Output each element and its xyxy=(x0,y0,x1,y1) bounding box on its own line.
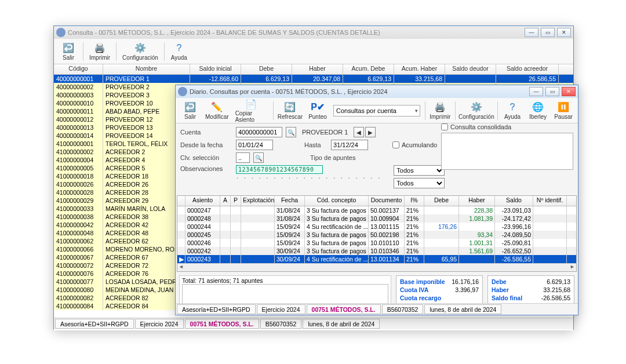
table-row[interactable]: 000024831/08/243 Su factura de pagos10.0… xyxy=(177,214,576,223)
table-row[interactable]: ▶000024330/09/244 Su rectificación de ..… xyxy=(177,255,576,263)
status-asesoria: Asesoría+ED+SII+RGPD xyxy=(55,319,134,329)
next-account-button[interactable]: ▶ xyxy=(365,127,376,137)
lookup-button[interactable]: 🔍 xyxy=(286,127,296,137)
exit-icon: ↩️ xyxy=(184,101,196,113)
table-row[interactable]: 000024515/09/243 Su factura de pagos50.0… xyxy=(177,231,576,239)
consolidada-checkbox[interactable]: Consulta consolidada xyxy=(441,123,573,130)
title-bar[interactable]: Consulta - 00751 MÉTODOS, S.L. , Ejercic… xyxy=(54,26,573,39)
window-title: Diario. Consultas por cuenta - 00751 MÉT… xyxy=(190,88,529,95)
gear-icon: ⚙️ xyxy=(471,101,482,113)
desde-input[interactable] xyxy=(236,140,273,150)
exit-button[interactable]: ↩️Salir xyxy=(178,99,202,122)
title-bar[interactable]: Diario. Consultas por cuenta - 00751 MÉT… xyxy=(176,85,578,98)
status-bar: Asesoría+ED+SII+RGPD Ejercicio 2024 0075… xyxy=(176,303,578,315)
exit-button[interactable]: ↩️Salir xyxy=(56,40,81,63)
printer-icon: 🖨️ xyxy=(434,101,446,113)
table-row[interactable]: 40000000001PROVEEDOR 1-12.868,606.629,13… xyxy=(54,75,573,83)
memo-box[interactable] xyxy=(441,133,573,170)
obs-label: Observaciones xyxy=(180,165,232,172)
pause-icon: ⏸️ xyxy=(558,101,569,113)
tipo-select-2[interactable]: Todos xyxy=(394,178,445,188)
clv-label: Clv. selección xyxy=(180,154,232,161)
window-title: Consulta - 00751 MÉTODOS, S.L. , Ejercic… xyxy=(68,29,525,36)
desde-label: Desde la fecha xyxy=(180,141,232,148)
refresh-icon: 🔄 xyxy=(284,101,296,113)
iberley-button[interactable]: 🌐Iberley xyxy=(526,99,550,122)
close-button[interactable]: ✕ xyxy=(557,28,571,37)
tipo-label: Tipo de apuntes xyxy=(310,154,362,161)
minimize-button[interactable]: — xyxy=(525,28,538,37)
toolbar: ↩️Salir ✏️Modificar 📄Copiar Asiento 🔄Ref… xyxy=(176,98,578,123)
help-icon: ? xyxy=(173,42,185,54)
check-icon: P✔ xyxy=(312,101,323,113)
refresh-button[interactable]: 🔄Refrescar xyxy=(276,99,304,122)
cuenta-name: PROVEEDOR 1 xyxy=(302,129,348,136)
horizontal-scrollbar[interactable] xyxy=(177,263,576,271)
status-empresa: 00751 MÉTODOS, S.L. xyxy=(185,319,259,329)
app-icon xyxy=(178,87,187,96)
hasta-input[interactable] xyxy=(331,140,368,150)
diario-window: Diario. Consultas por cuenta - 00751 MÉT… xyxy=(175,85,578,315)
diario-grid-header: AsientoAPExplotaciónFechaCód. conceptoDo… xyxy=(177,196,576,206)
help-button[interactable]: ?Ayuda xyxy=(167,40,191,63)
config-button[interactable]: ⚙️Configuración xyxy=(119,40,162,63)
pencil-icon: ✏️ xyxy=(211,101,223,113)
close-button[interactable]: ✕ xyxy=(562,87,576,96)
maximize-button[interactable]: ▭ xyxy=(545,87,559,96)
help-button[interactable]: ?Ayuda xyxy=(500,99,525,122)
cuenta-label: Cuenta xyxy=(180,129,232,136)
maximize-button[interactable]: ▭ xyxy=(541,28,555,37)
status-cif: B56070352 xyxy=(260,319,302,329)
cuenta-input[interactable] xyxy=(236,127,282,137)
exit-icon: ↩️ xyxy=(63,42,74,54)
table-row[interactable]: 000024415/09/244 Su rectificación de ...… xyxy=(177,223,576,231)
clv-input[interactable] xyxy=(236,152,250,163)
app-icon xyxy=(56,28,65,37)
print-button[interactable]: 🖨️Imprimir xyxy=(428,99,453,122)
table-row[interactable]: 000024615/09/243 Su factura de pagos10.0… xyxy=(177,239,576,247)
minimize-button[interactable]: — xyxy=(529,87,543,96)
modify-button[interactable]: ✏️Modificar xyxy=(203,99,231,122)
copy-icon: 📄 xyxy=(245,99,257,110)
clv-lookup-button[interactable]: 🔍 xyxy=(253,152,264,163)
table-row[interactable]: 000024731/08/243 Su factura de pagos50.0… xyxy=(177,206,576,214)
balance-grid-header: CódigoNombreSaldo inicialDebeHaberAcum. … xyxy=(54,64,573,75)
tipo-select-1[interactable]: Todos xyxy=(394,165,445,176)
toolbar: ↩️Salir 🖨️Imprimir ⚙️Configuración ?Ayud… xyxy=(54,39,573,64)
print-button[interactable]: 🖨️Imprimir xyxy=(86,40,114,63)
help-icon: ? xyxy=(507,101,518,113)
table-row[interactable]: 000024230/09/243 Su factura de pagos10.0… xyxy=(177,247,576,255)
printer-icon: 🖨️ xyxy=(94,42,105,54)
acumulando-checkbox[interactable]: Acumulando xyxy=(392,141,437,148)
status-fecha: lunes, 8 de abril de 2024 xyxy=(303,319,380,329)
globe-icon: 🌐 xyxy=(532,101,544,113)
pause-button[interactable]: ⏸️Pausar xyxy=(551,99,576,122)
selection-mask: . . . . . . . . . . . . . . . . . . . . xyxy=(236,174,381,180)
status-ejercicio: Ejercicio 2024 xyxy=(135,319,184,329)
config-button[interactable]: ⚙️Configuración xyxy=(458,99,496,122)
copy-button[interactable]: 📄Copiar Asiento xyxy=(232,99,271,122)
selection-box[interactable]: 12345678901234567890 xyxy=(236,165,323,174)
punteo-button[interactable]: P✔Punteo xyxy=(305,99,330,122)
status-bar: Asesoría+ED+SII+RGPD Ejercicio 2024 0075… xyxy=(54,318,573,329)
diario-grid[interactable]: AsientoAPExplotaciónFechaCód. conceptoDo… xyxy=(177,195,577,272)
gear-icon: ⚙️ xyxy=(134,42,146,54)
hasta-label: Hasta xyxy=(304,141,327,148)
prev-account-button[interactable]: ◀ xyxy=(354,127,364,137)
view-combo[interactable]: Consultas por cuenta xyxy=(333,105,420,117)
